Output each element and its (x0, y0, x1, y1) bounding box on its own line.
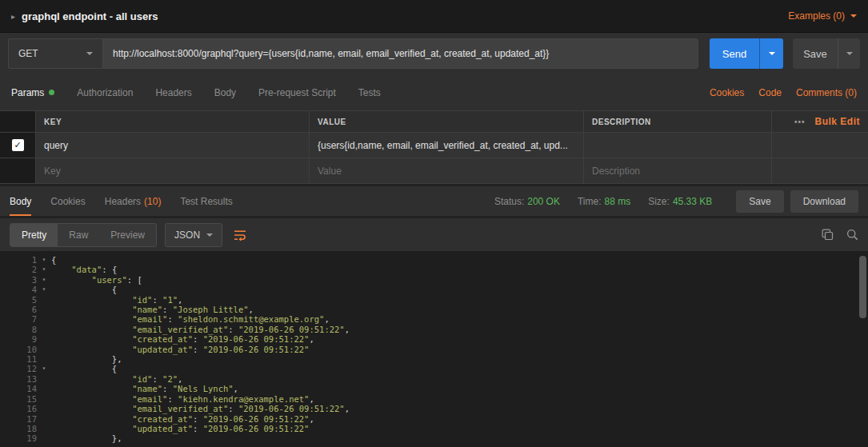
code-line: 12▾ { (0, 364, 868, 373)
code-line: 1▾{ (0, 255, 868, 265)
tab-count: (10) (144, 196, 161, 207)
chevron-down-icon (206, 233, 213, 237)
download-response-button[interactable]: Download (790, 190, 858, 213)
line-number: 9 (0, 334, 37, 344)
header-value: VALUE (310, 111, 584, 132)
link-comments-0-[interactable]: Comments (0) (796, 87, 857, 98)
collapse-request-chevron[interactable]: ▸ (11, 12, 15, 21)
line-content: "created_at": "2019-06-26 09:51:22", (51, 414, 314, 424)
fold-toggle-icon[interactable]: ▾ (37, 265, 51, 274)
fold-spacer (37, 384, 51, 393)
line-number: 4 (0, 285, 37, 294)
description-input[interactable] (592, 166, 763, 177)
fold-spacer (37, 314, 51, 324)
line-content: "name": "Nels Lynch", (51, 384, 238, 393)
examples-label: Examples (0) (788, 10, 845, 22)
line-content: "email": "sheldon.schmitt@example.org", (51, 314, 330, 324)
search-icon[interactable] (846, 229, 858, 241)
link-code[interactable]: Code (758, 87, 782, 98)
param-actions-cell (772, 158, 868, 183)
save-options-button[interactable] (838, 38, 860, 69)
link-cookies[interactable]: Cookies (710, 87, 744, 98)
fold-toggle-icon[interactable]: ▾ (37, 364, 51, 373)
format-value: JSON (174, 229, 200, 241)
fold-spacer (37, 325, 51, 334)
view-mode-pretty[interactable]: Pretty (10, 224, 58, 246)
copy-icon[interactable] (822, 229, 834, 241)
header-check-cell (0, 111, 36, 132)
more-options-icon[interactable]: ••• (794, 118, 806, 126)
fold-toggle-icon[interactable]: ▾ (37, 285, 51, 294)
request-tab-tests[interactable]: Tests (358, 87, 381, 98)
request-tab-params[interactable]: Params (11, 87, 54, 98)
fold-spacer (37, 374, 51, 384)
request-tab-pre-request-script[interactable]: Pre-request Script (258, 87, 336, 98)
send-options-button[interactable] (759, 38, 783, 69)
param-value-cell (310, 158, 584, 183)
fold-toggle-icon[interactable]: ▾ (37, 255, 51, 265)
param-description-cell[interactable] (584, 133, 772, 158)
request-tabs-right: CookiesCodeComments (0) (710, 87, 857, 98)
param-row: ✓ query {users{id,name, email, email_ver… (0, 133, 868, 158)
line-number: 2 (0, 265, 37, 274)
line-content: "id": "1", (51, 295, 182, 305)
param-enabled-checkbox[interactable]: ✓ (12, 139, 24, 151)
response-body-viewer[interactable]: 1▾{2▾ "data": {3▾ "users": [4▾ {5 "id": … (0, 251, 868, 447)
response-tab-cookies[interactable]: Cookies (50, 186, 85, 216)
param-check-cell: ✓ (0, 133, 36, 158)
fold-spacer (37, 295, 51, 305)
header-key: KEY (36, 111, 310, 132)
wrap-text-icon[interactable] (234, 229, 247, 241)
param-description-cell (584, 158, 772, 183)
value-input[interactable] (318, 166, 575, 177)
request-tab-authorization[interactable]: Authorization (77, 87, 133, 98)
send-button-group: Send (710, 38, 783, 69)
vertical-scrollbar[interactable] (859, 256, 866, 318)
response-tab-body[interactable]: Body (10, 186, 31, 216)
method-select[interactable]: GET (8, 38, 102, 69)
request-tabs-left: ParamsAuthorizationHeadersBodyPre-reques… (11, 87, 710, 98)
param-key-cell[interactable]: query (36, 133, 310, 158)
request-tab-body[interactable]: Body (214, 87, 236, 98)
time-badge: Time:88 ms (578, 196, 630, 207)
line-number: 15 (0, 394, 37, 404)
response-header-bar: BodyCookiesHeaders(10)Test Results Statu… (0, 186, 868, 216)
code-line: 8 "email_verified_at": "2019-06-26 09:51… (0, 325, 868, 334)
fold-toggle-icon[interactable]: ▾ (37, 275, 51, 285)
line-content: "created_at": "2019-06-26 09:51:22", (51, 334, 314, 344)
status-badge: Status:200 OK (494, 196, 560, 207)
code-line: 2▾ "data": { (0, 265, 868, 274)
code-line: 18 "updated_at": "2019-06-26 09:51:22" (0, 424, 868, 433)
bulk-edit-link[interactable]: Bulk Edit (814, 116, 860, 127)
format-select[interactable]: JSON (165, 223, 222, 247)
save-response-button[interactable]: Save (736, 190, 783, 213)
code-line: 11 }, (0, 354, 868, 364)
send-button[interactable]: Send (710, 38, 759, 69)
response-tab-test-results[interactable]: Test Results (180, 186, 232, 216)
line-number: 8 (0, 325, 37, 334)
response-tab-headers[interactable]: Headers(10) (105, 186, 162, 216)
view-mode-raw[interactable]: Raw (58, 224, 99, 246)
fold-spacer (37, 433, 51, 443)
code-line: 4▾ { (0, 285, 868, 294)
fold-spacer (37, 354, 51, 364)
request-tab-headers[interactable]: Headers (155, 87, 191, 98)
request-tabs: ParamsAuthorizationHeadersBodyPre-reques… (0, 74, 868, 110)
line-content: "updated_at": "2019-06-26 09:51:22" (51, 345, 309, 354)
key-input[interactable] (44, 166, 301, 177)
params-active-dot (49, 90, 54, 95)
param-value-cell[interactable]: {users{id,name, email, email_verified_at… (310, 133, 584, 158)
fold-spacer (37, 424, 51, 433)
view-mode-preview[interactable]: Preview (99, 224, 156, 246)
line-number: 13 (0, 374, 37, 384)
fold-spacer (37, 305, 51, 314)
fold-spacer (37, 414, 51, 424)
method-value: GET (18, 48, 86, 59)
save-request-button[interactable]: Save (793, 38, 838, 69)
code-line: 17 "created_at": "2019-06-26 09:51:22", (0, 414, 868, 424)
fold-spacer (37, 404, 51, 413)
line-number: 10 (0, 345, 37, 354)
request-url-bar: GET Send Save (0, 33, 868, 74)
examples-dropdown[interactable]: Examples (0) (788, 10, 857, 22)
url-input[interactable] (102, 38, 698, 69)
